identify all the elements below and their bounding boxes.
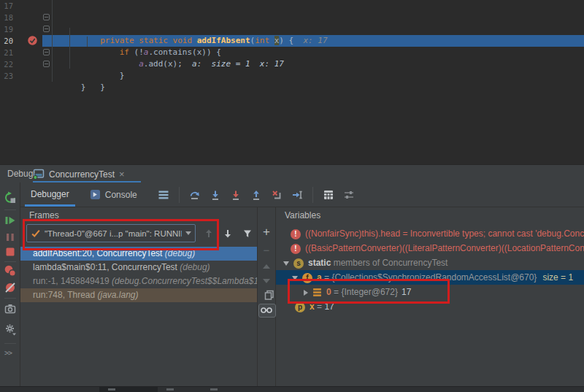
debug-session-icon (33, 169, 45, 180)
move-watch-up-icon[interactable] (258, 264, 275, 269)
tab-label: Debugger (31, 189, 69, 199)
fold-marker-icon[interactable] (43, 49, 50, 55)
chevron-down-icon (185, 231, 191, 235)
tab-debugger[interactable]: Debugger (25, 182, 75, 207)
camera-icon[interactable] (4, 302, 17, 315)
close-icon[interactable]: × (119, 169, 125, 179)
variable-row[interactable]: sstatic members of ConcurrencyTest (276, 255, 584, 270)
expanded-arrow-icon[interactable] (283, 261, 289, 266)
expanded-arrow-icon[interactable] (292, 276, 298, 280)
gear-icon[interactable] (4, 323, 17, 336)
frame-row[interactable]: run:748, Thread (java.lang) (20, 288, 257, 302)
array-index: 0 (326, 287, 331, 297)
frame-location: lambda$main$0:11, ConcurrencyTest (33, 262, 180, 272)
tab-title: ConcurrencyTest (49, 169, 115, 180)
tab-concurrencytest[interactable]: ConcurrencyTest × (33, 166, 125, 182)
watches-toolbar: + − (257, 207, 276, 386)
fold-marker-icon[interactable] (43, 14, 50, 20)
frame-location: run:748, Thread (33, 290, 98, 300)
view-options-icon[interactable] (343, 189, 355, 201)
primitive-value: 17 (402, 287, 411, 297)
thread-dropdown-value: "Thread-0"@667 i...p "main": RUNNING (45, 229, 182, 238)
pause-icon[interactable] (4, 231, 17, 244)
stop-icon[interactable] (4, 245, 17, 258)
filter-frames-icon[interactable] (242, 228, 253, 239)
error-icon: ! (291, 244, 301, 254)
move-watch-down-icon[interactable] (258, 279, 275, 283)
frames-list: addIfAbsent:20, ConcurrencyTest (debug) … (20, 247, 257, 302)
previous-frame-icon[interactable] (203, 228, 215, 239)
equals-sign: = (315, 301, 325, 312)
frame-module: (java.lang) (98, 290, 139, 300)
error-icon: ! (291, 229, 301, 239)
variable-value: {Collections$SynchronizedRandomAccessLis… (331, 272, 537, 283)
evaluate-expression-icon[interactable] (323, 189, 334, 201)
layout-menu-icon[interactable] (158, 189, 169, 201)
equals-sign: = (331, 287, 342, 297)
hide-toolwindow-icon[interactable]: >> (4, 349, 12, 357)
variable-row[interactable]: px = 17 (276, 299, 584, 314)
line-number: 22 (0, 58, 13, 70)
variable-value: {Integer@672} (341, 287, 398, 297)
breakpoint-icon[interactable] (28, 36, 37, 45)
frame-row[interactable]: lambda$main$0:11, ConcurrencyTest (debug… (20, 261, 257, 274)
variable-row-selected[interactable]: fa = {Collections$SynchronizedRandomAcce… (276, 270, 584, 285)
line-number: 23 (0, 70, 13, 82)
primitive-value: 17 (324, 301, 334, 312)
equals-sign: = (322, 272, 332, 283)
code-editor[interactable]: 17 18 private static void addIfAbsent(in… (0, 0, 584, 164)
frames-header: Frames (20, 207, 257, 223)
code-line: 22 } (0, 58, 584, 70)
parameter-icon: p (295, 302, 305, 312)
force-step-into-icon[interactable] (230, 189, 242, 201)
add-watch-icon[interactable]: + (258, 225, 275, 239)
code-line: 23} (0, 70, 584, 82)
toolbar-separator (4, 343, 16, 344)
debug-side-toolbar: >> (0, 182, 20, 386)
step-out-icon[interactable] (250, 189, 262, 201)
frame-module: (debug) (165, 248, 195, 258)
variable-row[interactable]: 0 = {Integer@672}17 (276, 285, 584, 299)
resume-icon[interactable] (4, 214, 17, 227)
drop-frame-icon[interactable] (271, 189, 283, 201)
rerun-icon[interactable] (4, 191, 17, 204)
frame-location: run:-1, 1458849419 (33, 276, 112, 286)
next-frame-icon[interactable] (222, 228, 234, 239)
fold-marker-icon[interactable] (43, 61, 50, 67)
frame-module: (debug) (180, 262, 210, 272)
frame-row[interactable]: run:-1, 1458849419 (debug.ConcurrencyTes… (20, 274, 257, 288)
tab-label: Console (105, 190, 137, 200)
checkmark-icon (31, 228, 41, 239)
toolbar-separator (4, 261, 16, 262)
ide-window: 17 18 private static void addIfAbsent(in… (0, 0, 584, 392)
code-line: 21 } (0, 47, 584, 58)
line-number: 17 (0, 0, 13, 12)
step-into-icon[interactable] (210, 189, 221, 201)
selected-tab-underline (25, 204, 75, 207)
toolwindow-button-icon (210, 388, 218, 391)
frame-row[interactable]: addIfAbsent:20, ConcurrencyTest (debug) (20, 247, 257, 261)
variable-row[interactable]: !((NonfairSync)this).head = Inconvertibl… (276, 226, 584, 241)
frame-location: addIfAbsent:20, ConcurrencyTest (33, 248, 165, 258)
line-number: 19 (0, 23, 13, 35)
toolbar-separator (179, 187, 180, 203)
view-breakpoints-icon[interactable] (4, 264, 17, 277)
remove-watch-icon[interactable]: − (258, 244, 275, 256)
collapsed-arrow-icon[interactable] (304, 290, 308, 296)
mute-breakpoints-icon[interactable] (4, 281, 17, 294)
tab-console[interactable]: Console (85, 189, 142, 200)
variables-header: Variables (276, 207, 584, 223)
fold-marker-icon[interactable] (43, 26, 50, 32)
static-members-label: members of ConcurrencyTest (331, 258, 447, 268)
bottom-toolwindow-bar (0, 386, 584, 392)
debug-window-label: Debug: (7, 169, 36, 179)
show-watches-toggle[interactable] (258, 304, 276, 318)
variables-panel: Variables !((NonfairSync)this).head = In… (276, 207, 584, 386)
step-over-icon[interactable] (189, 189, 201, 201)
debug-toolwindow-header: Debug: ConcurrencyTest × (0, 164, 584, 182)
run-to-cursor-icon[interactable] (291, 189, 303, 201)
line-number: 20 (0, 35, 13, 47)
thread-dropdown[interactable]: "Thread-0"@667 i...p "main": RUNNING (26, 224, 196, 242)
variable-row[interactable]: !((BasicPatternConverter)((LiteralPatter… (276, 241, 584, 255)
toolbar-separator (4, 210, 16, 210)
